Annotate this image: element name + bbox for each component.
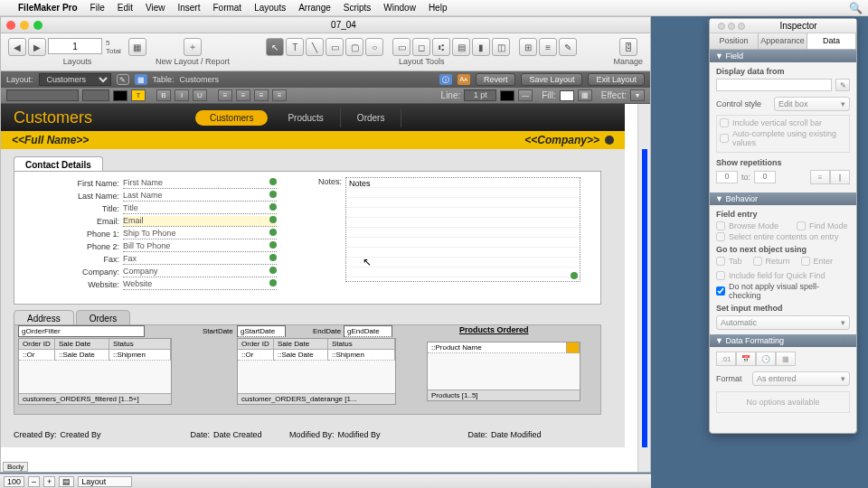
align-justify-icon[interactable]: ≡: [272, 89, 287, 101]
menu-help[interactable]: Help: [429, 3, 448, 13]
minimize-icon[interactable]: [20, 21, 29, 30]
tab-checkbox[interactable]: Tab: [716, 257, 742, 266]
oval-tool-icon[interactable]: ○: [365, 38, 383, 56]
line-tool-icon[interactable]: ╲: [306, 38, 324, 56]
notes-field[interactable]: Notes: [345, 177, 580, 282]
layout-canvas[interactable]: Customers Customers Products Orders <<Fu…: [1, 104, 650, 472]
close-icon[interactable]: [6, 21, 15, 30]
line-color-swatch[interactable]: [500, 90, 514, 101]
layout-picker-icon[interactable]: ▦: [128, 38, 146, 56]
tab-customers[interactable]: Customers: [195, 110, 268, 126]
align-left-icon[interactable]: ≡: [218, 89, 232, 101]
section-behavior[interactable]: ▼ Behavior: [710, 192, 856, 205]
quickfind-checkbox[interactable]: Include field for Quick Find: [716, 271, 850, 280]
button-dot-icon[interactable]: [605, 136, 614, 145]
zoom-out-icon[interactable]: –: [28, 476, 40, 487]
rep-orientation[interactable]: ≡∥: [810, 170, 850, 184]
new-layout-button[interactable]: ＋: [184, 38, 202, 56]
created-field[interactable]: Created By: [61, 430, 151, 439]
browse-checkbox[interactable]: Browse Mode: [716, 221, 778, 230]
insp-zoom-icon[interactable]: [738, 23, 745, 30]
portal-products[interactable]: ::Product Name Products [1..5]: [427, 342, 580, 401]
scroll-checkbox[interactable]: Include vertical scroll bar: [720, 118, 846, 127]
spell-checkbox[interactable]: Do not apply visual spell-checking: [716, 282, 850, 300]
control-select[interactable]: Edit box: [774, 97, 850, 111]
company-field[interactable]: Company: [123, 267, 277, 277]
spotlight-icon[interactable]: 🔍: [849, 2, 863, 14]
rect-tool-icon[interactable]: ▭: [326, 38, 344, 56]
rep-to-field[interactable]: 0: [754, 171, 776, 183]
find-checkbox[interactable]: Find Mode: [797, 221, 848, 230]
zoom-icon[interactable]: [33, 21, 42, 30]
insp-min-icon[interactable]: [728, 23, 735, 30]
title-field[interactable]: Title: [123, 203, 277, 214]
input-select[interactable]: Automatic: [716, 315, 850, 330]
startdate-field[interactable]: gStartDate: [237, 325, 286, 337]
phone2-field[interactable]: Bill To Phone: [123, 241, 277, 252]
button-tool-icon[interactable]: ◻: [412, 38, 430, 56]
format-select[interactable]: As entered: [752, 371, 850, 386]
autocomplete-checkbox[interactable]: Auto-complete using existing values: [720, 129, 846, 147]
revert-button[interactable]: Revert: [476, 73, 516, 86]
menu-scripts[interactable]: Scripts: [344, 3, 372, 13]
page-field[interactable]: [48, 38, 102, 54]
portal-daterange[interactable]: Order IDSale DateStatus ::Or::Sale Date:…: [237, 338, 396, 405]
phone1-field[interactable]: Ship To Phone: [123, 229, 277, 239]
zoom-in-icon[interactable]: +: [43, 476, 55, 487]
tab-orders[interactable]: Orders: [341, 108, 402, 127]
roundrect-tool-icon[interactable]: ▢: [345, 38, 363, 56]
first-field[interactable]: First Name: [123, 178, 277, 189]
exit-layout-button[interactable]: Exit Layout: [588, 73, 645, 86]
tab-products[interactable]: Products: [271, 108, 340, 127]
webview-tool-icon[interactable]: ◫: [492, 38, 510, 56]
line-pt-select[interactable]: 1 pt: [464, 89, 496, 101]
enter-checkbox[interactable]: Enter: [801, 257, 834, 266]
table-icon[interactable]: ▦: [135, 74, 147, 85]
portal-tool-icon[interactable]: ▤: [452, 38, 470, 56]
insp-tab-appearance[interactable]: Appearance: [759, 33, 807, 49]
part-tool-icon[interactable]: ≡: [539, 38, 557, 56]
zoom-value[interactable]: 100: [4, 476, 24, 487]
underline-icon[interactable]: U: [193, 89, 207, 101]
email-field[interactable]: Email: [123, 216, 277, 227]
textcolor-swatch[interactable]: [113, 90, 127, 101]
menu-app[interactable]: FileMaker Pro: [18, 3, 78, 13]
format-tool-icon[interactable]: ✎: [559, 38, 577, 56]
effect-icon[interactable]: ▾: [630, 89, 645, 101]
align-center-icon[interactable]: ≡: [236, 89, 250, 101]
menu-window[interactable]: Window: [383, 3, 416, 13]
chart-tool-icon[interactable]: ▮: [472, 38, 490, 56]
date2-field[interactable]: Date Modified: [491, 430, 545, 439]
field-tool-icon[interactable]: ▭: [392, 38, 410, 56]
menu-file[interactable]: File: [90, 3, 105, 13]
select-entire-checkbox[interactable]: Select entire contents on entry: [716, 232, 850, 241]
fill-pattern-icon[interactable]: ▦: [578, 89, 592, 101]
display-field[interactable]: [716, 79, 832, 91]
line-style-icon[interactable]: —: [518, 89, 533, 101]
manage-button[interactable]: 🗄: [619, 38, 637, 56]
prev-button[interactable]: ◀: [8, 38, 26, 56]
menu-insert[interactable]: Insert: [177, 3, 200, 13]
return-checkbox[interactable]: Return: [753, 257, 790, 266]
font-select[interactable]: [6, 89, 79, 101]
italic-icon[interactable]: I: [175, 89, 189, 101]
pointer-tool-icon[interactable]: ↖: [266, 38, 284, 56]
bold-icon[interactable]: B: [156, 89, 171, 101]
vscroll-thumb[interactable]: [642, 149, 647, 447]
portal-filtered[interactable]: Order IDSale DateStatus ::Or::Sale Date:…: [18, 338, 172, 405]
menu-format[interactable]: Format: [212, 3, 241, 13]
enddate-field[interactable]: gEndDate: [344, 325, 392, 337]
filter-field[interactable]: gOrderFilter: [18, 325, 145, 337]
fieldpicker-tool-icon[interactable]: ⊞: [519, 38, 537, 56]
fax-field[interactable]: Fax: [123, 254, 277, 265]
statusbar-toggle-icon[interactable]: ▤: [59, 476, 74, 487]
size-select[interactable]: [82, 89, 109, 101]
fill-swatch[interactable]: [560, 90, 574, 101]
info-icon[interactable]: ⓘ: [439, 74, 452, 85]
text-tool-icon[interactable]: T: [286, 38, 304, 56]
mode-select[interactable]: Layout: [78, 476, 132, 487]
menu-layouts[interactable]: Layouts: [254, 3, 286, 13]
tab-tool-icon[interactable]: ⑆: [432, 38, 450, 56]
last-field[interactable]: Last Name: [123, 191, 277, 202]
next-button[interactable]: ▶: [28, 38, 46, 56]
